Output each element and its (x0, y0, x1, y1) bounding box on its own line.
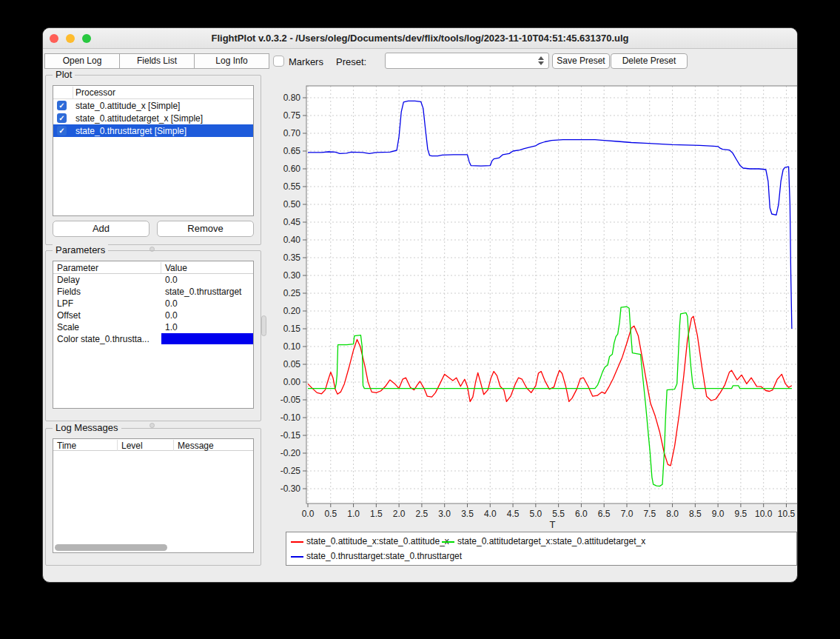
chart-plot-area[interactable]: 0.800.750.700.650.600.550.500.450.400.35… (263, 73, 798, 530)
save-preset-button[interactable]: Save Preset (552, 53, 610, 69)
x-tick-label: 3.0 (438, 509, 451, 519)
parameters-table[interactable]: Parameter Value Delay0.0Fieldsstate_0.th… (53, 261, 254, 409)
log-messages-table[interactable]: Time Level Message (53, 438, 254, 553)
parameter-value: 0.0 (165, 298, 252, 309)
parameter-row[interactable]: Fieldsstate_0.thrusttarget (53, 286, 253, 298)
list-item[interactable]: ✓state_0.attitude_x [Simple] (53, 99, 253, 112)
y-tick-label: 0.15 (283, 324, 301, 334)
splitter-handle[interactable] (149, 423, 155, 428)
log-info-button[interactable]: Log Info (194, 53, 269, 69)
parameters-table-header: Parameter Value (53, 261, 253, 274)
row-checkbox[interactable]: ✓ (57, 126, 67, 136)
list-column-header: Processor (53, 86, 253, 99)
plot-series-list[interactable]: Processor ✓state_0.attitude_x [Simple]✓s… (53, 85, 254, 216)
log-messages-panel: Log Messages Time Level Message (45, 428, 261, 566)
parameter-row[interactable]: LPF0.0 (53, 298, 253, 310)
y-tick-label: -0.25 (280, 466, 301, 476)
y-tick-label: 0.45 (283, 217, 301, 227)
parameter-value: state_0.thrusttarget (165, 287, 252, 297)
x-tick-label: 4.0 (484, 509, 497, 519)
y-tick-label: 0.60 (283, 164, 301, 174)
x-tick-label: 0.0 (302, 509, 315, 519)
x-tick-label: 4.5 (507, 509, 520, 519)
parameter-row[interactable]: Color state_0.thrustta... (53, 333, 253, 345)
parameter-value: 0.0 (165, 275, 252, 285)
legend-line-swatch (442, 541, 454, 543)
chart-legend: state_0.attitude_x:state_0.attitude_xsta… (286, 532, 797, 566)
x-tick-label: 7.5 (643, 509, 656, 519)
open-log-button[interactable]: Open Log (44, 53, 120, 69)
y-tick-label: 0.55 (283, 181, 301, 192)
parameters-panel: Parameters Parameter Value Delay0.0Field… (45, 250, 261, 421)
y-tick-label: 0.30 (283, 270, 301, 281)
parameter-row[interactable]: Scale1.0 (53, 321, 253, 333)
plot-panel-title: Plot (53, 69, 75, 80)
y-tick-label: 0.05 (283, 359, 301, 369)
x-tick-label: 10.5 (778, 509, 796, 519)
legend-label: state_0.attitudetarget_x:state_0.attitud… (457, 536, 645, 546)
legend-label: state_0.thrusttarget:state_0.thrusttarge… (306, 551, 462, 561)
parameter-value: 0.0 (165, 310, 252, 321)
parameter-name: Fields (57, 287, 161, 297)
legend-label: state_0.attitude_x:state_0.attitude_x (306, 536, 449, 546)
y-tick-label: -0.20 (280, 448, 301, 458)
x-tick-label: 8.5 (689, 509, 702, 519)
parameter-name: Offset (57, 310, 161, 321)
preset-label: Preset: (336, 56, 366, 67)
y-tick-label: 0.40 (283, 235, 301, 245)
x-tick-label: 2.5 (416, 509, 429, 519)
legend-line-swatch (291, 541, 303, 543)
y-tick-label: 0.00 (283, 377, 301, 387)
row-checkbox[interactable]: ✓ (57, 113, 67, 123)
title-bar: FlightPlot v.0.3.2 - /Users/oleg/Documen… (43, 28, 797, 49)
row-checkbox[interactable]: ✓ (57, 101, 67, 110)
y-tick-label: -0.30 (280, 484, 301, 494)
x-tick-label: 3.5 (461, 509, 474, 519)
markers-label: Markers (289, 56, 323, 67)
preset-combobox[interactable] (385, 53, 549, 69)
y-tick-label: 0.10 (283, 341, 301, 352)
list-item[interactable]: ✓state_0.thrusttarget [Simple] (53, 124, 253, 137)
parameter-value: 1.0 (165, 322, 252, 332)
parameter-name: Delay (57, 275, 161, 285)
remove-button[interactable]: Remove (157, 221, 254, 237)
plot-panel: Plot Processor ✓state_0.attitude_x [Simp… (45, 75, 261, 245)
x-tick-label: 9.5 (735, 509, 747, 519)
y-tick-label: 0.75 (283, 110, 301, 121)
y-tick-label: -0.15 (280, 430, 301, 441)
x-tick-label: 5.5 (552, 509, 565, 519)
list-item-label: state_0.attitude_x [Simple] (75, 101, 180, 111)
parameter-name: Scale (57, 322, 161, 332)
color-swatch[interactable] (161, 333, 253, 344)
x-tick-label: 2.0 (393, 509, 406, 519)
horizontal-scrollbar[interactable] (55, 544, 167, 551)
y-tick-label: -0.05 (280, 395, 301, 405)
y-tick-label: 0.50 (283, 199, 301, 210)
x-tick-label: 0.5 (324, 509, 337, 519)
delete-preset-button[interactable]: Delete Preset (611, 53, 688, 69)
combobox-stepper-icon[interactable] (536, 55, 546, 67)
x-tick-label: 5.0 (530, 509, 542, 519)
parameters-panel-title: Parameters (53, 244, 108, 255)
legend-line-swatch (291, 556, 303, 558)
parameter-row[interactable]: Offset0.0 (53, 310, 253, 321)
y-tick-label: 0.70 (283, 128, 301, 138)
x-tick-label: 10.0 (755, 509, 773, 519)
y-tick-label: 0.80 (283, 93, 301, 103)
x-tick-label: 1.5 (370, 509, 383, 519)
add-button[interactable]: Add (53, 221, 149, 237)
x-tick-label: 6.0 (575, 509, 588, 519)
x-tick-label: 7.0 (621, 509, 634, 519)
fields-list-button[interactable]: Fields List (119, 53, 195, 69)
x-tick-label: 1.0 (347, 509, 360, 519)
list-item-label: state_0.thrusttarget [Simple] (75, 126, 187, 136)
y-tick-label: 0.20 (283, 306, 301, 316)
list-item-label: state_0.attitudetarget_x [Simple] (75, 113, 203, 124)
plot-background[interactable] (306, 86, 798, 503)
x-tick-label: 6.5 (598, 509, 611, 519)
parameter-row[interactable]: Delay0.0 (53, 274, 253, 286)
markers-checkbox[interactable] (273, 56, 284, 67)
list-item[interactable]: ✓state_0.attitudetarget_x [Simple] (53, 112, 253, 124)
log-messages-panel-title: Log Messages (53, 422, 121, 433)
y-tick-label: 0.65 (283, 146, 301, 156)
